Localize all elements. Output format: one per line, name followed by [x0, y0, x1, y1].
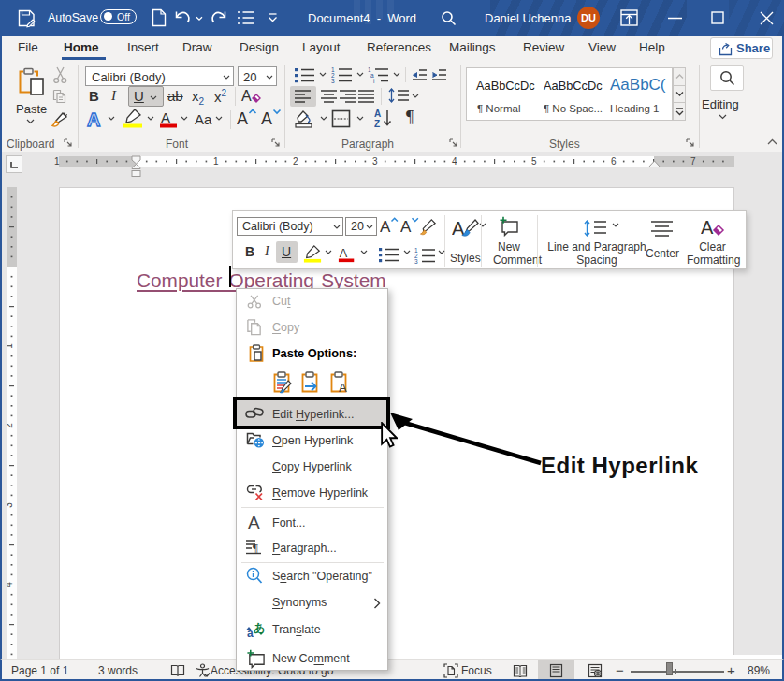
svg-text:A: A [340, 246, 348, 260]
svg-text:¶: ¶ [253, 541, 258, 555]
svg-text:A: A [237, 109, 248, 128]
svg-text:A: A [87, 109, 100, 129]
svg-text:A: A [241, 88, 252, 104]
svg-text:3: 3 [414, 258, 418, 264]
svg-text:A: A [380, 218, 391, 236]
svg-text:A: A [701, 217, 714, 238]
svg-text:Z: Z [374, 119, 380, 128]
svg-text:A: A [161, 109, 170, 125]
svg-text:4: 4 [7, 582, 14, 587]
svg-text:a: a [247, 627, 254, 639]
svg-text:i: i [373, 78, 374, 83]
svg-text:3: 3 [7, 502, 14, 508]
svg-text:A: A [374, 109, 381, 119]
svg-text:2: 2 [7, 423, 14, 428]
svg-text:1: 1 [7, 343, 14, 349]
svg-text:A: A [339, 381, 347, 395]
svg-text:A: A [400, 218, 412, 236]
svg-text:3: 3 [331, 78, 335, 83]
svg-text:A: A [248, 514, 260, 530]
svg-text:A: A [261, 109, 272, 128]
svg-text:あ: あ [254, 621, 265, 634]
